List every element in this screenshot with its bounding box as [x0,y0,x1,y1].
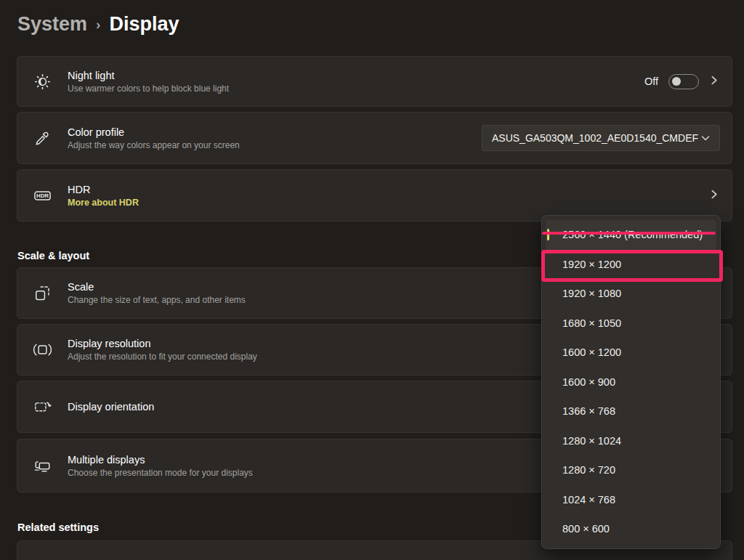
display-orientation-title: Display orientation [68,401,154,413]
resolution-option-1280x720[interactable]: 1280 × 720 [546,455,716,485]
resolution-option-2560x1440[interactable]: 2560 × 1440 (Recommended) [546,220,716,250]
multiple-displays-title: Multiple displays [68,454,253,466]
hdr-more-link[interactable]: More about HDR [68,198,139,208]
night-light-row[interactable]: Night light Use warmer colors to help bl… [17,56,732,107]
resolution-option-1600x900[interactable]: 1600 × 900 [546,368,716,397]
night-light-icon [33,72,52,92]
night-light-toggle[interactable] [668,74,699,89]
color-profile-title: Color profile [68,126,240,138]
resolution-option-1366x768[interactable]: 1366 × 768 [546,397,716,426]
display-orientation-icon [33,397,52,417]
selected-indicator [547,229,549,240]
advanced-display-icon [33,555,52,560]
page-title: Display [109,13,179,36]
section-related-settings: Related settings [17,522,99,533]
breadcrumb: System › Display [17,13,179,36]
scale-icon [33,283,52,303]
hdr-icon: HDR [33,186,52,206]
color-profile-icon [33,129,52,148]
svg-text:HDR: HDR [36,192,49,199]
display-resolution-title: Display resolution [68,338,257,349]
resolution-option-1920x1080[interactable]: 1920 × 1080 [546,279,716,309]
resolution-option-1600x1200[interactable]: 1600 × 1200 [546,338,716,368]
night-light-toggle-label: Off [644,76,658,87]
hdr-title: HDR [68,184,139,195]
breadcrumb-separator: › [96,17,100,33]
color-profile-row[interactable]: Color profile Adjust the way colors appe… [17,112,732,164]
resolution-option-1280x1024[interactable]: 1280 × 1024 [546,426,716,456]
scale-title: Scale [68,281,246,293]
color-profile-subtitle: Adjust the way colors appear on your scr… [68,140,240,150]
annotation-highlight-box [541,250,723,282]
chevron-down-icon [701,134,710,142]
color-profile-select[interactable]: ASUS_GA503QM_1002_AE0D1540_CMDEF [482,125,720,151]
night-light-title: Night light [68,70,229,81]
night-light-subtitle: Use warmer colors to help block blue lig… [68,84,229,94]
section-scale-layout: Scale & layout [17,250,89,261]
multiple-displays-icon [33,456,52,476]
resolution-option-800x600[interactable]: 800 × 600 [546,514,716,544]
chevron-right-icon [709,189,719,202]
display-resolution-icon [33,340,52,360]
annotation-strikethrough-line [542,232,716,235]
breadcrumb-system[interactable]: System [17,13,87,36]
resolution-option-1024x768[interactable]: 1024 × 768 [546,485,716,515]
resolution-option-1680x1050[interactable]: 1680 × 1050 [546,309,716,338]
multiple-displays-subtitle: Choose the presentation mode for your di… [68,468,253,478]
chevron-right-icon [709,75,719,88]
scale-subtitle: Change the size of text, apps, and other… [68,295,246,305]
color-profile-select-value: ASUS_GA503QM_1002_AE0D1540_CMDEF [492,132,698,144]
settings-display-page: System › Display Night light [0,0,744,560]
hdr-row[interactable]: HDR HDR More about HDR [17,169,732,222]
display-resolution-subtitle: Adjust the resolution to fit your connec… [68,352,257,362]
toggle-knob [672,77,681,86]
